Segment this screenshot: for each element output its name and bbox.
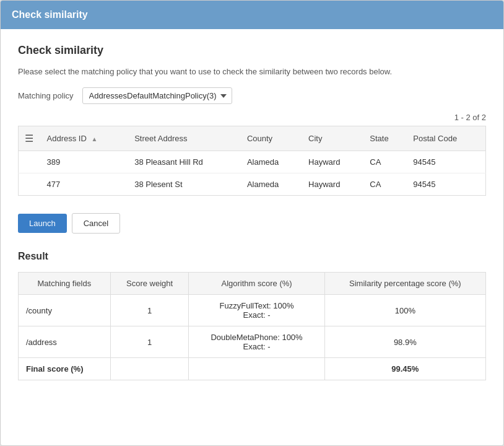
page-description: Please select the matching policy that y… <box>18 67 486 76</box>
table-row: 389 38 Pleasant Hill Rd Alameda Hayward … <box>19 151 486 173</box>
result-weight: 1 <box>110 295 189 326</box>
result-similarity: 100% <box>324 295 485 326</box>
cell-postal: 94545 <box>407 173 485 196</box>
page-title: Check similarity <box>18 44 486 57</box>
result-final-weight <box>110 358 189 380</box>
records-table: ☰ Address ID ▲ Street Address County Cit… <box>18 126 486 196</box>
col-header-street: Street Address <box>128 126 241 151</box>
cell-street: 38 Pleasant Hill Rd <box>128 151 241 173</box>
sort-arrow-icon: ▲ <box>91 136 97 142</box>
col-header-address-id[interactable]: Address ID ▲ <box>41 126 129 151</box>
cell-county: Alameda <box>241 173 302 196</box>
cell-address-id: 389 <box>41 151 129 173</box>
cell-county: Alameda <box>241 151 302 173</box>
content-area: Check similarity Please select the match… <box>1 29 503 445</box>
col-header-county: County <box>241 126 302 151</box>
result-final-algo <box>189 358 324 380</box>
result-final-similarity: 99.45% <box>324 358 485 380</box>
col-header-state: State <box>363 126 407 151</box>
result-row: /address 1 DoubleMetaPhone: 100%Exact: -… <box>19 326 486 358</box>
result-row: /county 1 FuzzyFullText: 100%Exact: - 10… <box>19 295 486 326</box>
result-similarity: 98.9% <box>324 326 485 358</box>
title-bar: Check similarity <box>1 1 503 29</box>
window-title: Check similarity <box>12 9 88 20</box>
result-col-header-algo: Algorithm score (%) <box>189 273 324 295</box>
cell-street: 38 Plesent St <box>128 173 241 196</box>
policy-select[interactable]: AddressesDefaultMatchingPolicy(3) <box>82 87 232 104</box>
cell-city: Hayward <box>302 151 363 173</box>
cell-address-id: 477 <box>41 173 129 196</box>
matching-policy-label: Matching policy <box>18 91 74 100</box>
result-title: Result <box>18 251 486 262</box>
col-header-city: City <box>302 126 363 151</box>
result-algo: DoubleMetaPhone: 100%Exact: - <box>189 326 324 358</box>
table-menu-icon[interactable]: ☰ <box>25 133 33 144</box>
buttons-row: Launch Cancel <box>18 213 486 234</box>
result-final-row: Final score (%) 99.45% <box>19 358 486 380</box>
result-col-header-weight: Score weight <box>110 273 189 295</box>
cancel-button[interactable]: Cancel <box>72 213 120 234</box>
result-col-header-similarity: Similarity percentage score (%) <box>324 273 485 295</box>
launch-button[interactable]: Launch <box>18 214 67 233</box>
result-field: /address <box>19 326 111 358</box>
main-window: Check similarity Check similarity Please… <box>0 0 504 446</box>
result-field: /county <box>19 295 111 326</box>
col-header-postal: Postal Code <box>407 126 485 151</box>
cell-city: Hayward <box>302 173 363 196</box>
cell-state: CA <box>363 151 407 173</box>
records-count: 1 - 2 of 2 <box>18 113 486 122</box>
result-weight: 1 <box>110 326 189 358</box>
result-col-header-field: Matching fields <box>19 273 111 295</box>
matching-policy-row: Matching policy AddressesDefaultMatching… <box>18 87 486 104</box>
result-final-field: Final score (%) <box>19 358 111 380</box>
cell-state: CA <box>363 173 407 196</box>
table-row: 477 38 Plesent St Alameda Hayward CA 945… <box>19 173 486 196</box>
cell-postal: 94545 <box>407 151 485 173</box>
result-algo: FuzzyFullText: 100%Exact: - <box>189 295 324 326</box>
result-table: Matching fields Score weight Algorithm s… <box>18 272 486 380</box>
